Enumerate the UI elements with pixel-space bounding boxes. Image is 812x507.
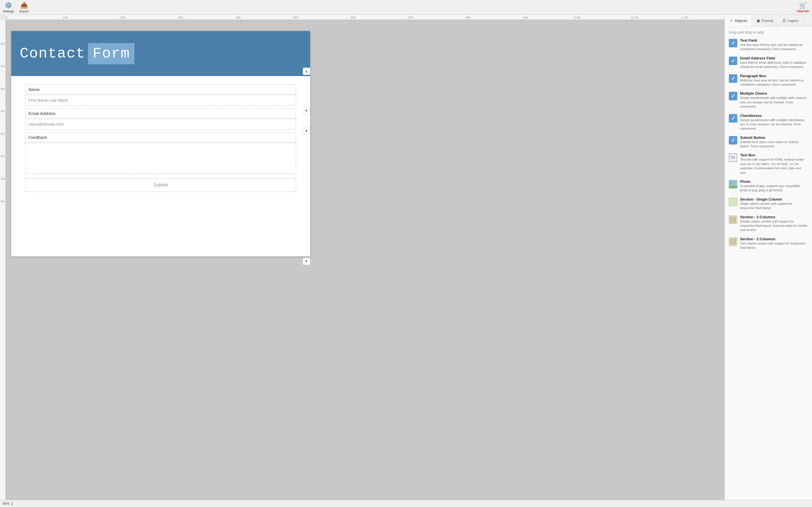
vertical-ruler: 100 200 300 400 500 600 700 800 [0,20,6,500]
canvas-content: Contact Form Name First Name Last Name [11,31,310,256]
component-section-single[interactable]: Section - Single Column Single column se… [729,197,808,210]
tab-format-label: Format [762,18,773,23]
photo-icon [729,180,737,188]
text-field-text: Text Field One line input field for text… [740,38,808,52]
toolbar: ⚙️ Settings 📤 Export 🛒 Upgrade [0,0,812,15]
checkboxes-desc: Simple questionnaire with multiple check… [740,118,808,131]
email-field-desc: Input field for email addresses, built i… [740,61,808,69]
section-single-name: Section - Single Column [740,197,808,202]
feedback-label: Feedback [26,132,296,142]
right-panel: ＋ Objects ▣ Format ☰ Layers Drag and dro… [725,15,812,500]
checkboxes-icon: ✓ [729,114,737,122]
section-single-desc: Single column section with support for r… [740,202,808,210]
panel-tabs: ＋ Objects ▣ Format ☰ Layers [725,15,812,27]
tab-format[interactable]: ▣ Format [752,15,778,26]
export-icon: 📤 [20,2,28,9]
scroll-down2-button[interactable]: ▼ [303,258,310,265]
section-single-icon [729,198,737,206]
component-paragraph-box[interactable]: ✓ Paragraph Box Multi-line input area fo… [729,74,808,87]
canvas-with-ruler: 100 200 300 400 500 600 700 800 [0,20,725,500]
feedback-textarea[interactable] [26,143,296,174]
submit-button-text: Submit Button Submits form when users cl… [740,135,808,149]
submit-button-icon: ✓ [729,136,737,145]
component-email-field[interactable]: ✓ Email Address Field Input field for em… [729,56,808,69]
multiple-choice-icon: ✓ [729,92,737,100]
checkboxes-text: Checkboxes Simple questionnaire with mul… [740,114,808,131]
text-field-name: Text Field [740,38,808,43]
layers-icon: ☰ [782,18,786,23]
component-section-2col-1[interactable]: Section - 2 Columns Double column sectio… [729,215,808,232]
upgrade-button[interactable]: 🛒 Upgrade [797,2,809,13]
canvas-wrapper: 0 |100 |200 |300 |400 |500 |600 |700 |80… [0,15,725,500]
text-field-desc: One line input field for text, can be ma… [740,43,808,52]
feedback-section: Feedback [26,132,296,174]
checkboxes-name: Checkboxes [740,114,808,118]
component-text-box[interactable]: Text Box Text box with support for HTML … [729,153,808,175]
header-highlight: Form [88,43,135,64]
objects-icon: ＋ [729,18,733,23]
email-field-text: Email Address Field Input field for emai… [740,56,808,69]
export-label: Export [20,10,29,13]
section-2col-1-text: Section - 2 Columns Double column sectio… [740,215,808,232]
zoom-down-arrow[interactable]: ▼ [11,504,13,506]
paragraph-box-icon: ✓ [729,74,737,83]
component-section-2col-2[interactable]: Section - 2 Columns Two column section w… [729,237,808,250]
text-box-name: Text Box [740,153,808,157]
tab-layers-label: Layers [788,18,799,23]
format-icon: ▣ [756,18,760,23]
form-footer [26,192,296,214]
upgrade-label: Upgrade [797,9,809,13]
component-checkboxes[interactable]: ✓ Checkboxes Simple questionnaire with m… [729,114,808,131]
drag-hint: Drag and drop to add [729,30,808,34]
zoom-value: 90% [3,502,10,506]
export-button[interactable]: 📤 Export [20,2,29,13]
section-2col-1-desc: Double column section with support for r… [740,219,808,232]
section-2col-2-text: Section - 2 Columns Two column section w… [740,237,808,250]
section-2col-2-desc: Two column section with support for resp… [740,241,808,250]
tab-layers[interactable]: ☰ Layers [778,15,803,26]
submit-button[interactable]: Submit [26,178,296,192]
paragraph-box-name: Paragraph Box [740,74,808,78]
section-single-text: Section - Single Column Single column se… [740,197,808,210]
scroll-up2-button[interactable]: ▲ [303,127,310,134]
section-2col-1-name: Section - 2 Columns [740,215,808,219]
settings-label: Settings [3,10,14,13]
panel-content: Drag and drop to add ✓ Text Field One li… [725,27,812,500]
text-box-icon [729,154,737,162]
tab-objects[interactable]: ＋ Objects [725,15,752,26]
component-photo[interactable]: Photo A resizable image, supports any co… [729,179,808,193]
email-section: Email Address name@domain.com [26,108,296,129]
scroll-down-button[interactable]: ▼ [303,107,310,114]
main-area: 0 |100 |200 |300 |400 |500 |600 |700 |80… [0,15,812,500]
section-2col-2-name: Section - 2 Columns [740,237,808,241]
submit-button-desc: Submits form when users clicks on Submit… [740,140,808,149]
multiple-choice-text: Multiple Choice Simple questionnaire wit… [740,91,808,109]
section-2col-2-icon [729,237,737,246]
upgrade-icon: 🛒 [799,2,807,9]
multiple-choice-name: Multiple Choice [740,91,808,96]
zoom-arrows: ▲ ▼ [11,501,13,506]
form-header: Contact Form [11,31,310,76]
photo-desc: A resizable image, supports any compatib… [740,184,808,193]
name-label: Name [26,84,296,94]
photo-text: Photo A resizable image, supports any co… [740,179,808,193]
multiple-choice-desc: Simple questionnaire with multiple radio… [740,96,808,109]
submit-section: Submit [26,178,296,192]
component-multiple-choice[interactable]: ✓ Multiple Choice Simple questionnaire w… [729,91,808,109]
settings-button[interactable]: ⚙️ Settings [3,2,14,13]
form-body: Name First Name Last Name Email Address … [11,76,310,223]
component-submit-button[interactable]: ✓ Submit Button Submits form when users … [729,135,808,149]
email-field-icon: ✓ [729,57,737,65]
settings-icon: ⚙️ [4,2,12,9]
text-field-icon: ✓ [729,39,737,47]
paragraph-box-text: Paragraph Box Multi-line input area for … [740,74,808,87]
email-input[interactable]: name@domain.com [26,119,296,129]
horizontal-ruler: 0 |100 |200 |300 |400 |500 |600 |700 |80… [6,15,725,20]
tab-objects-label: Objects [735,18,747,23]
submit-button-name: Submit Button [740,135,808,140]
component-text-field[interactable]: ✓ Text Field One line input field for te… [729,38,808,52]
name-input[interactable]: First Name Last Name [26,95,296,106]
canvas-scroll-area[interactable]: Contact Form Name First Name Last Name [6,20,725,500]
email-label: Email Address [26,108,296,118]
scroll-up-button[interactable]: ▲ [303,68,310,75]
